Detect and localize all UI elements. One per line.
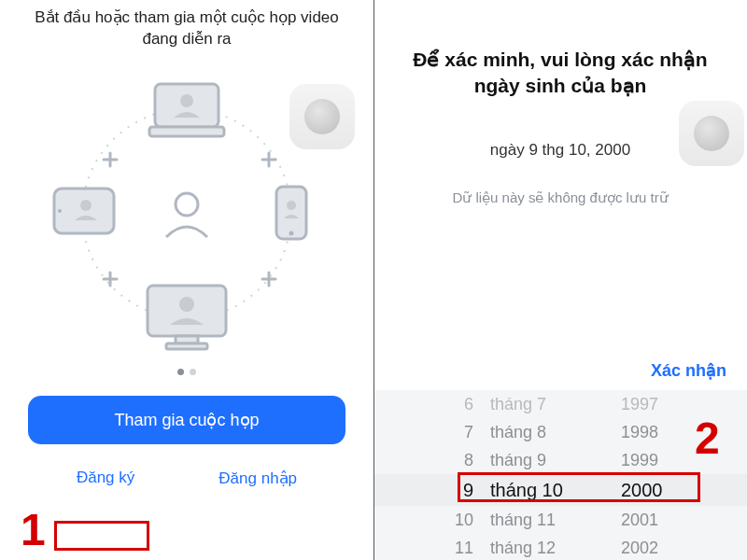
annotation-box-1	[54, 521, 149, 551]
privacy-note: Dữ liệu này sẽ không được lưu trữ	[374, 189, 747, 206]
svg-point-16	[179, 297, 194, 312]
picker-row[interactable]: 11 tháng 12 2002	[374, 534, 747, 560]
pane-divider	[374, 0, 374, 560]
svg-rect-11	[149, 127, 224, 136]
picker-row[interactable]: 7 tháng 8 1998	[374, 418, 747, 446]
assistive-touch-icon[interactable]	[679, 101, 744, 166]
welcome-screen: Bắt đầu hoặc tham gia một cuộc họp video…	[0, 0, 374, 560]
annotation-number-2: 2	[695, 413, 720, 464]
signup-link[interactable]: Đăng ký	[77, 469, 134, 488]
svg-rect-17	[54, 189, 114, 233]
annotation-number-1: 1	[21, 504, 46, 555]
welcome-title: Bắt đầu hoặc tham gia một cuộc họp video…	[0, 0, 374, 50]
svg-point-12	[180, 94, 193, 107]
svg-rect-15	[166, 343, 207, 349]
svg-point-22	[287, 201, 296, 210]
verify-title: Để xác minh, vui lòng xác nhận ngày sinh…	[374, 0, 747, 100]
svg-point-21	[289, 231, 294, 235]
annotation-box-2	[458, 472, 700, 502]
join-meeting-button[interactable]: Tham gia cuộc họp	[28, 396, 345, 444]
confirm-button[interactable]: Xác nhận	[651, 360, 726, 381]
svg-point-19	[80, 200, 92, 211]
picker-row[interactable]: 8 tháng 9 1999	[374, 446, 747, 474]
svg-point-18	[58, 209, 62, 213]
picker-row[interactable]: 10 tháng 11 2001	[374, 506, 747, 534]
assistive-touch-icon[interactable]	[289, 84, 355, 149]
svg-point-9	[176, 193, 198, 216]
picker-row[interactable]: 6 tháng 7 1997	[374, 390, 747, 418]
signin-link[interactable]: Đăng nhập	[218, 469, 297, 488]
